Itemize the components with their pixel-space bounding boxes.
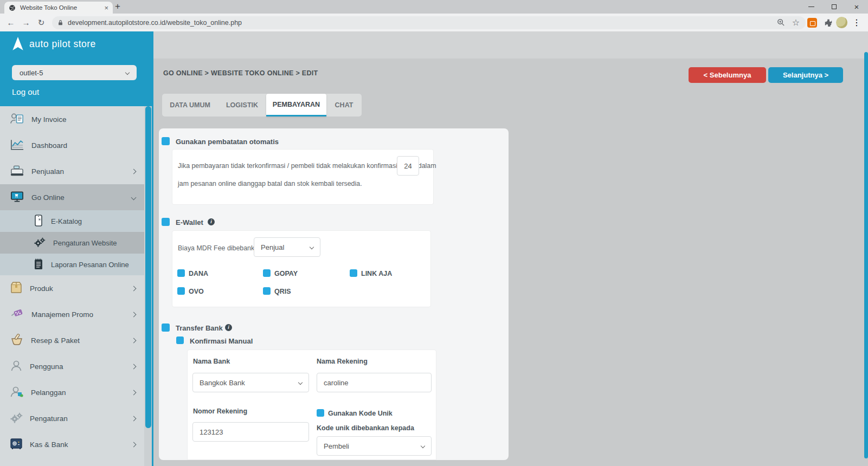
transfer-bank-checkbox[interactable] bbox=[162, 323, 170, 332]
customer-icon bbox=[10, 385, 24, 400]
gopay-checkbox[interactable] bbox=[263, 269, 271, 277]
page: auto pilot store outlet-5 Log out My Inv… bbox=[0, 31, 868, 466]
linkaja-checkbox[interactable] bbox=[350, 269, 357, 277]
dana-checkbox[interactable] bbox=[177, 269, 185, 277]
reload-button[interactable]: ↻ bbox=[34, 18, 49, 28]
sidebar-item-dashboard[interactable]: Dashboard bbox=[0, 132, 152, 158]
sidebar-item-go-online[interactable]: Go Online bbox=[0, 184, 152, 210]
promo-tags-icon bbox=[10, 307, 24, 322]
url-bar[interactable]: development.autopilotstore.co.id/website… bbox=[52, 16, 806, 29]
orange-extension-icon[interactable] bbox=[806, 14, 819, 31]
sidebar-item-pengguna[interactable]: Pengguna bbox=[0, 353, 152, 379]
chevron-right-icon bbox=[131, 442, 137, 447]
content-header-band bbox=[153, 31, 868, 59]
minimize-icon bbox=[808, 7, 814, 7]
transfer-bank-info-icon[interactable]: i bbox=[225, 324, 232, 331]
logout-link[interactable]: Log out bbox=[12, 87, 39, 96]
chevron-down-icon bbox=[421, 444, 425, 448]
dashboard-chart-icon bbox=[10, 138, 24, 153]
profile-avatar[interactable] bbox=[835, 14, 848, 31]
auto-cancel-text-after: jam pesanan online dianggap batal dan st… bbox=[178, 180, 362, 187]
chevron-right-icon bbox=[131, 286, 137, 291]
new-tab-button[interactable]: + bbox=[115, 1, 120, 12]
mdr-fee-select[interactable]: Penjual bbox=[254, 237, 320, 257]
tab-data-umum[interactable]: DATA UMUM bbox=[162, 94, 218, 116]
outlet-select[interactable]: outlet-5 bbox=[12, 65, 137, 80]
sidebar-nav: My Invoice Dashboard Penjualan Go Online bbox=[0, 106, 152, 457]
nama-bank-select[interactable]: Bangkok Bank bbox=[192, 373, 309, 392]
next-button[interactable]: Selanjutnya > bbox=[768, 67, 843, 83]
sidebar-scrollbar-thumb[interactable] bbox=[145, 106, 151, 428]
tab-title: Website Toko Online bbox=[20, 4, 104, 11]
settings-gears-icon bbox=[10, 412, 23, 425]
kode-unik-label: Gunakan Kode Unik bbox=[328, 410, 393, 417]
konfirmasi-manual-card: Nama Bank Bangkok Bank Nama Rekening Nom… bbox=[187, 350, 436, 460]
restore-icon bbox=[832, 4, 837, 9]
chevron-down-icon bbox=[298, 380, 303, 385]
gopay-label: GOPAY bbox=[274, 270, 298, 277]
auto-cancel-hours-input[interactable] bbox=[397, 156, 419, 176]
main-content: GO ONLINE > WEBSITE TOKO ONLINE > EDIT <… bbox=[153, 31, 868, 466]
sidebar-item-manajemen-promo[interactable]: Manajemen Promo bbox=[0, 301, 152, 327]
nomor-rekening-label: Nomor Rekening bbox=[193, 407, 247, 415]
close-button[interactable]: × bbox=[845, 0, 868, 14]
chevron-down-icon bbox=[131, 195, 137, 200]
sidebar-subitem-laporan-pesanan-online[interactable]: Laporan Pesanan Online bbox=[0, 254, 152, 275]
auto-cancel-label: Gunakan pembatatan otomatis bbox=[176, 138, 279, 146]
sidebar-subitem-e-katalog[interactable]: E-Katalog bbox=[0, 210, 152, 232]
sidebar-item-kas-bank[interactable]: Kas & Bank bbox=[0, 431, 152, 457]
breadcrumb: GO ONLINE > WEBSITE TOKO ONLINE > EDIT bbox=[163, 69, 318, 77]
brand-name: auto pilot store bbox=[29, 38, 96, 50]
tab-strip: Website Toko Online × + × bbox=[0, 0, 868, 14]
sidebar-item-resep-paket[interactable]: Resep & Paket bbox=[0, 327, 152, 353]
sidebar-item-produk[interactable]: Produk bbox=[0, 275, 152, 301]
tab-chat[interactable]: CHAT bbox=[326, 94, 362, 116]
sidebar-subitem-pengaturan-website[interactable]: Pengaturan Website bbox=[0, 232, 152, 254]
auto-cancel-checkbox[interactable] bbox=[162, 137, 170, 145]
close-icon: × bbox=[854, 3, 859, 11]
browser-menu-kebab-icon[interactable]: ⋮ bbox=[850, 14, 863, 31]
minimize-button[interactable] bbox=[800, 0, 822, 14]
forward-button[interactable]: → bbox=[18, 18, 34, 27]
sidebar: auto pilot store outlet-5 Log out My Inv… bbox=[0, 31, 153, 466]
sidebar-item-penjualan[interactable]: Penjualan bbox=[0, 158, 152, 184]
restore-button[interactable] bbox=[822, 0, 845, 14]
nama-rekening-label: Nama Rekening bbox=[317, 358, 368, 365]
kode-unik-checkbox[interactable] bbox=[317, 409, 324, 417]
paper-plane-logo-icon bbox=[11, 36, 25, 51]
konfirmasi-manual-label: Konfirmasi Manual bbox=[190, 337, 253, 345]
kode-unik-target-select[interactable]: Pembeli bbox=[317, 436, 432, 456]
product-box-icon bbox=[10, 281, 23, 296]
url-text: development.autopilotstore.co.id/website… bbox=[68, 19, 242, 27]
tab-logistik[interactable]: LOGISTIK bbox=[218, 94, 266, 116]
chevron-right-icon bbox=[131, 169, 137, 174]
ewallet-checkbox[interactable] bbox=[162, 218, 170, 226]
ewallet-info-icon[interactable]: i bbox=[208, 218, 215, 225]
konfirmasi-manual-checkbox[interactable] bbox=[176, 336, 184, 344]
qris-checkbox[interactable] bbox=[263, 287, 271, 295]
tab-close-icon[interactable]: × bbox=[104, 4, 108, 12]
bookmark-star-icon[interactable]: ☆ bbox=[789, 14, 802, 31]
tab-pembayaran[interactable]: PEMBAYARAN bbox=[266, 94, 326, 116]
page-scrollbar-thumb[interactable] bbox=[864, 52, 868, 458]
ewallet-label: E-Wallet bbox=[176, 218, 203, 226]
chevron-right-icon bbox=[131, 390, 137, 395]
gears-icon bbox=[34, 237, 46, 249]
back-button[interactable]: ← bbox=[3, 18, 18, 27]
sidebar-item-pengaturan[interactable]: Pengaturan bbox=[0, 405, 152, 431]
zoom-icon[interactable] bbox=[774, 14, 787, 31]
kode-unik-target-label: Kode unik dibebankan kepada bbox=[317, 424, 414, 432]
browser-tab[interactable]: Website Toko Online × bbox=[4, 2, 113, 14]
chevron-down-icon bbox=[310, 245, 314, 249]
user-icon bbox=[10, 359, 23, 374]
extensions-puzzle-icon[interactable] bbox=[822, 14, 835, 31]
ovo-checkbox[interactable] bbox=[177, 287, 185, 295]
cash-register-icon bbox=[10, 164, 24, 179]
sidebar-item-pelanggan[interactable]: Pelanggan bbox=[0, 379, 152, 405]
nomor-rekening-input[interactable] bbox=[192, 422, 309, 442]
previous-button[interactable]: < Sebelumnya bbox=[689, 67, 766, 83]
sidebar-item-my-invoice[interactable]: My Invoice bbox=[0, 106, 152, 132]
ewallet-card: Biaya MDR Fee dibebankan ke Penjual DANA… bbox=[172, 230, 431, 307]
nama-rekening-input[interactable] bbox=[317, 373, 432, 392]
nama-bank-label: Nama Bank bbox=[193, 358, 230, 365]
